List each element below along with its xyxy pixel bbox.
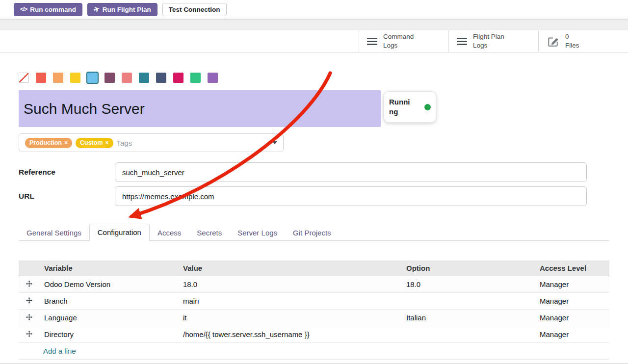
table-header-row: Variable Value Option Access Level (19, 260, 609, 276)
tag-custom[interactable]: Custom × (76, 138, 113, 148)
color-swatch-salmon[interactable] (122, 73, 132, 83)
cell-option[interactable] (401, 292, 535, 309)
url-field-row: URL https://memes.example.com (19, 186, 609, 206)
stat-button-command-logs[interactable]: CommandLogs (359, 30, 448, 52)
table-header-value: Value (178, 260, 401, 276)
table-row[interactable]: Language it Italian Manager (19, 309, 609, 326)
tag-production-label: Production (29, 139, 62, 146)
code-icon: </> (20, 6, 27, 13)
run-command-label: Run command (30, 6, 76, 13)
reference-label: Reference (19, 168, 115, 177)
tag-custom-label: Custom (80, 139, 103, 146)
color-swatch-purple[interactable] (208, 73, 218, 83)
stat-button-files-label: 0Files (565, 32, 579, 50)
color-swatch-light-blue[interactable] (87, 73, 98, 83)
run-command-button[interactable]: </> Run command (14, 3, 82, 16)
table-row[interactable]: Branch main Manager (19, 292, 609, 309)
color-swatch-yellow[interactable] (70, 73, 80, 83)
tags-placeholder: Tags (117, 139, 132, 147)
tab-general-settings[interactable]: General Settings (19, 225, 89, 241)
stat-button-flight-plan-logs[interactable]: Flight PlanLogs (448, 30, 538, 52)
form-sheet: CommandLogs Flight PlanLogs 0Files (0, 30, 628, 364)
title-row: Such Much Server Running (19, 90, 609, 127)
tag-remove-icon[interactable]: × (64, 139, 68, 146)
drag-handle-icon[interactable] (26, 281, 32, 287)
drag-handle-icon[interactable] (26, 331, 32, 337)
cell-variable[interactable]: Directory (39, 326, 178, 342)
cell-value[interactable]: main (178, 292, 401, 309)
url-label: URL (19, 192, 115, 201)
cell-value[interactable]: /home/{{ tower.server.ssh_username }} (178, 326, 401, 342)
color-swatch-orange[interactable] (53, 73, 63, 83)
server-name-text: Such Much Server (24, 101, 145, 117)
reference-field-row: Reference such_much_server (19, 162, 609, 182)
stat-button-bar: CommandLogs Flight PlanLogs 0Files (0, 30, 628, 52)
table-header-option: Option (401, 260, 535, 276)
cell-option[interactable] (401, 326, 535, 342)
table-header-handle (19, 260, 39, 276)
add-line-row: Add a line (19, 342, 609, 359)
status-label: Running (389, 97, 413, 117)
cell-variable[interactable]: Branch (39, 292, 178, 309)
color-swatch-teal[interactable] (139, 73, 149, 83)
table-row[interactable]: Odoo Demo Version 18.0 18.0 Manager (19, 276, 609, 292)
top-action-bar: </> Run command ✈ Run Flight Plan Test C… (0, 0, 628, 19)
configuration-table: Variable Value Option Access Level Odoo … (19, 260, 609, 360)
color-swatch-red[interactable] (36, 73, 46, 83)
notebook-tabs: General Settings Configuration Access Se… (19, 223, 609, 241)
tab-secrets[interactable]: Secrets (189, 225, 230, 241)
color-swatch-dark-purple[interactable] (105, 73, 115, 83)
cell-access-level[interactable]: Manager (535, 326, 609, 342)
url-input[interactable]: https://memes.example.com (115, 186, 587, 206)
cell-access-level[interactable]: Manager (535, 276, 609, 292)
cell-access-level[interactable]: Manager (535, 309, 609, 326)
status-badge[interactable]: Running (384, 91, 436, 123)
status-dot (424, 104, 431, 110)
cell-option[interactable]: 18.0 (401, 276, 535, 292)
reference-input[interactable]: such_much_server (115, 162, 587, 182)
color-picker (19, 52, 609, 83)
url-value: https://memes.example.com (122, 192, 214, 201)
run-flight-plan-button[interactable]: ✈ Run Flight Plan (87, 3, 157, 16)
cell-value[interactable]: 18.0 (178, 276, 401, 292)
cell-option[interactable]: Italian (401, 309, 535, 326)
cell-variable[interactable]: Odoo Demo Version (39, 276, 178, 292)
reference-value: such_much_server (122, 168, 184, 177)
list-icon (457, 38, 467, 45)
color-swatch-no-color[interactable] (19, 73, 29, 83)
edit-icon (547, 35, 559, 48)
list-icon (367, 38, 377, 45)
stat-button-files[interactable]: 0Files (538, 30, 628, 52)
tag-remove-icon[interactable]: × (105, 139, 109, 146)
drag-handle-icon[interactable] (26, 314, 32, 320)
tab-git-projects[interactable]: Git Projects (285, 225, 339, 241)
stat-button-flight-plan-logs-label: Flight PlanLogs (473, 32, 504, 50)
plane-icon: ✈ (93, 4, 101, 14)
cell-value[interactable]: it (178, 309, 401, 326)
color-swatch-fuchsia[interactable] (173, 73, 183, 83)
server-name-input[interactable]: Such Much Server (19, 90, 381, 127)
table-row[interactable]: Directory /home/{{ tower.server.ssh_user… (19, 326, 609, 342)
add-a-line-link[interactable]: Add a line (43, 347, 76, 355)
table-header-access-level: Access Level (535, 260, 609, 276)
tag-production[interactable]: Production × (25, 138, 72, 148)
form-area: Such Much Server Running Production × Cu… (0, 52, 628, 360)
color-swatch-dark-blue[interactable] (156, 73, 166, 83)
table-header-variable: Variable (39, 260, 178, 276)
tab-configuration[interactable]: Configuration (89, 224, 150, 241)
color-swatch-green[interactable] (190, 73, 201, 83)
cell-access-level[interactable]: Manager (535, 292, 609, 309)
run-flight-plan-label: Run Flight Plan (103, 6, 151, 13)
test-connection-label: Test Connection (169, 6, 220, 13)
tab-access[interactable]: Access (150, 225, 189, 241)
cell-variable[interactable]: Language (39, 309, 178, 326)
tab-server-logs[interactable]: Server Logs (230, 225, 285, 241)
test-connection-button[interactable]: Test Connection (162, 3, 227, 16)
tags-field[interactable]: Production × Custom × Tags (19, 133, 284, 152)
drag-handle-icon[interactable] (26, 297, 32, 304)
chevron-down-icon[interactable] (272, 141, 277, 144)
stat-button-command-logs-label: CommandLogs (383, 32, 414, 50)
